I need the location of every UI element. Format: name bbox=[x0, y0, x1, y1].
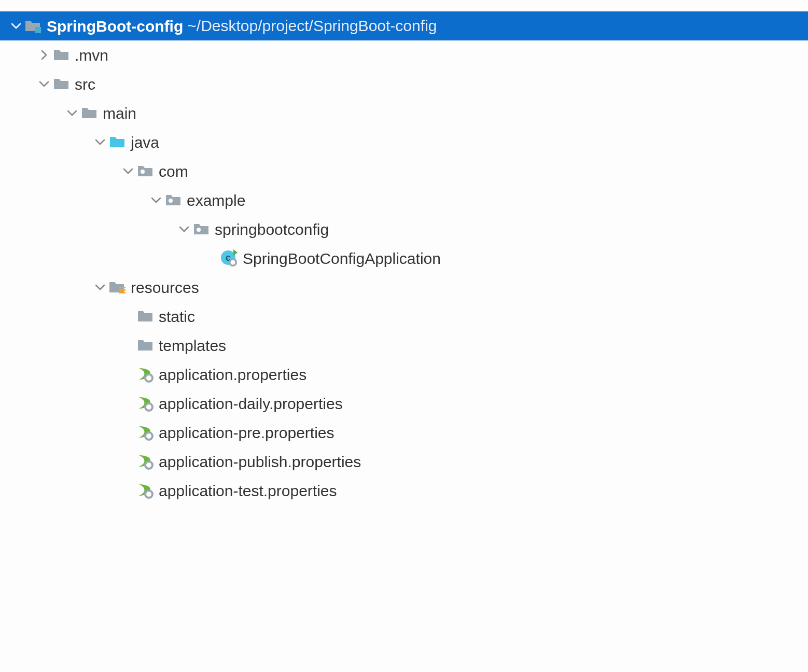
tree-item-label: static bbox=[159, 307, 195, 326]
tree-item-example[interactable]: example bbox=[0, 186, 808, 215]
tree-item-label: application-daily.properties bbox=[159, 394, 343, 413]
module-folder-icon bbox=[24, 17, 43, 35]
tree-item-application-pre-properties[interactable]: application-pre.properties bbox=[0, 418, 808, 447]
folder-icon bbox=[80, 104, 99, 122]
spring-properties-icon bbox=[136, 394, 155, 413]
chevron-down-icon[interactable] bbox=[92, 136, 108, 148]
tree-item-label: SpringBoot-config bbox=[47, 17, 183, 35]
tree-item-application-publish-properties[interactable]: application-publish.properties bbox=[0, 447, 808, 476]
chevron-down-icon[interactable] bbox=[148, 194, 164, 206]
tree-item-label: application-test.properties bbox=[159, 481, 337, 500]
folder-icon bbox=[136, 307, 155, 326]
tree-item-resources[interactable]: resources bbox=[0, 273, 808, 302]
tree-item-application-properties[interactable]: application.properties bbox=[0, 360, 808, 389]
tree-item-label: com bbox=[159, 162, 188, 180]
spring-properties-icon bbox=[136, 481, 155, 500]
tree-item-label: src bbox=[75, 75, 95, 93]
tree-item-application-daily-properties[interactable]: application-daily.properties bbox=[0, 389, 808, 418]
tree-item-label: templates bbox=[159, 336, 226, 355]
source-folder-icon bbox=[108, 133, 127, 151]
tree-item-templates[interactable]: templates bbox=[0, 331, 808, 360]
package-icon bbox=[164, 191, 183, 209]
tree-item-java[interactable]: java bbox=[0, 128, 808, 157]
project-tree: SpringBoot-config ~/Desktop/project/Spri… bbox=[0, 0, 808, 624]
tree-item-label: .mvn bbox=[75, 46, 108, 64]
tree-item-label: SpringBootConfigApplication bbox=[243, 249, 441, 268]
tree-item-label: main bbox=[103, 104, 136, 122]
tree-item-label: application-pre.properties bbox=[159, 423, 335, 442]
tree-item-mvn[interactable]: .mvn bbox=[0, 40, 808, 69]
folder-icon bbox=[136, 336, 155, 355]
resources-folder-icon bbox=[108, 278, 127, 297]
chevron-right-icon[interactable] bbox=[36, 49, 52, 61]
chevron-down-icon[interactable] bbox=[8, 20, 24, 32]
spring-properties-icon bbox=[136, 423, 155, 442]
tree-item-springbootconfig[interactable]: springbootconfig bbox=[0, 215, 808, 244]
package-icon bbox=[136, 162, 155, 180]
chevron-down-icon[interactable] bbox=[176, 223, 192, 235]
tree-item-application-class[interactable]: SpringBootConfigApplication bbox=[0, 244, 808, 273]
tree-item-label: application-publish.properties bbox=[159, 452, 361, 471]
tree-item-label: application.properties bbox=[159, 365, 307, 384]
tree-item-label: springbootconfig bbox=[215, 220, 329, 239]
spring-runnable-class-icon bbox=[220, 249, 239, 268]
tree-item-label: java bbox=[131, 133, 159, 151]
tree-item-root[interactable]: SpringBoot-config ~/Desktop/project/Spri… bbox=[0, 11, 808, 40]
spring-properties-icon bbox=[136, 365, 155, 384]
spring-properties-icon bbox=[136, 452, 155, 471]
tree-item-path: ~/Desktop/project/SpringBoot-config bbox=[187, 17, 437, 35]
chevron-down-icon[interactable] bbox=[36, 78, 52, 90]
tree-item-label: resources bbox=[131, 278, 199, 297]
tree-item-static[interactable]: static bbox=[0, 302, 808, 331]
package-icon bbox=[192, 220, 211, 239]
chevron-down-icon[interactable] bbox=[120, 165, 136, 177]
tree-item-src[interactable]: src bbox=[0, 69, 808, 99]
folder-icon bbox=[52, 46, 71, 64]
tree-item-main[interactable]: main bbox=[0, 99, 808, 128]
tree-item-com[interactable]: com bbox=[0, 157, 808, 186]
chevron-down-icon[interactable] bbox=[64, 107, 80, 119]
chevron-down-icon[interactable] bbox=[92, 281, 108, 293]
folder-icon bbox=[52, 75, 71, 93]
tree-item-label: example bbox=[187, 191, 245, 209]
tree-item-application-test-properties[interactable]: application-test.properties bbox=[0, 476, 808, 505]
